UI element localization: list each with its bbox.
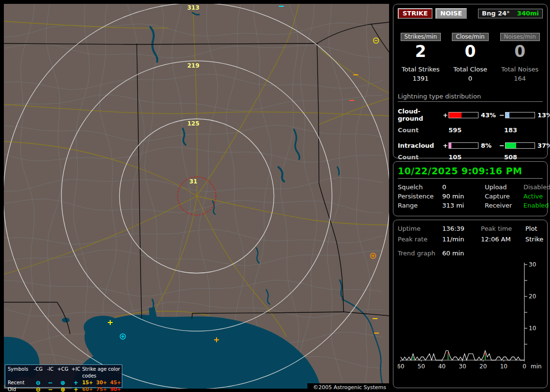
intracloud-counts: Count 105 508 [398, 154, 543, 161]
cg-neg-old-icon: ⊖ [32, 386, 44, 392]
bearing-readout: Bng 24° 340mi [478, 9, 543, 18]
legend-row-recent-label: Recent [8, 379, 32, 386]
noise-toggle-button[interactable]: NOISE [435, 8, 467, 19]
svg-text:125: 125 [187, 120, 199, 127]
plot-label: Plot [525, 225, 543, 232]
age-75: 75+ [96, 386, 110, 392]
trend-chart: 1020306050403020100min [398, 259, 544, 382]
receiver-status: Enabled [523, 202, 550, 209]
persistence-value: 90 min [442, 193, 485, 200]
intracloud-row: Intracloud + 8% − 37% [398, 142, 543, 149]
total-strikes-label: Total Strikes [398, 66, 444, 73]
cg-negative-bar [505, 112, 535, 118]
map-canvas: 31321912531 [4, 4, 389, 389]
total-close-value: 0 [448, 75, 493, 82]
strike-toggle-button[interactable]: STRIKE [398, 8, 433, 19]
ic-neg-old-icon: − [44, 386, 56, 392]
noises-per-min-value: 0 [497, 42, 543, 61]
svg-text:313: 313 [187, 4, 199, 11]
copyright-notice: ©2005 Astrogenic Systems [307, 383, 389, 392]
legend-col-cg-pos: +CG [56, 366, 70, 379]
svg-text:20: 20 [479, 363, 487, 370]
lightning-map[interactable]: 31321912531 Symbols -CG -IC +CG +IC Stri… [4, 4, 389, 389]
ic-pos-recent-icon: + [70, 379, 82, 386]
svg-text:40: 40 [438, 363, 446, 370]
strikes-per-min-value: 2 [398, 42, 444, 61]
age-15: 15+ [82, 379, 96, 386]
cloud-ground-counts: Count 595 183 [398, 126, 543, 134]
total-strikes-value: 1391 [398, 75, 444, 82]
lake-pontchartrain [84, 316, 122, 339]
legend-col-ic-neg: -IC [44, 366, 56, 379]
plus-sign: + [442, 112, 449, 119]
squelch-value: 0 [442, 183, 485, 191]
upload-status: Disabled [523, 183, 550, 191]
total-close-label: Total Close [448, 66, 493, 73]
trend-graph-window: 60 min [442, 250, 543, 257]
legend-col-ic-pos: +IC [70, 366, 82, 379]
peak-time-value: 12:06 AM [481, 236, 525, 243]
bearing-value: Bng 24° [482, 10, 510, 17]
noises-per-min-label: Noises/min [500, 33, 540, 41]
total-noises-label: Total Noises [497, 66, 543, 73]
close-per-min-value: 0 [448, 42, 493, 61]
legend-symbols-header: Symbols [8, 366, 32, 379]
cloud-ground-row: Cloud-ground + 43% − 13% [398, 108, 543, 122]
minus-sign: − [499, 142, 505, 149]
count-label: Count [398, 126, 442, 134]
squelch-label: Squelch [398, 183, 442, 191]
peak-rate-value: 11/min [442, 236, 481, 243]
noises-per-min-group: Noises/min 0 Total Noises 164 [497, 31, 543, 82]
range-label: Range [398, 202, 442, 209]
ic-positive-pct: 8% [478, 142, 499, 149]
legend-age-title: Strike age color codes [82, 366, 124, 379]
age-45: 45+ [110, 379, 124, 386]
ic-negative-count: 508 [504, 154, 550, 161]
ic-negative-pct: 37% [535, 142, 550, 149]
range-value: 313 mi [442, 202, 485, 209]
svg-text:60: 60 [398, 363, 405, 370]
svg-text:20: 20 [529, 293, 536, 300]
trend-graph-label: Trend graph [398, 250, 442, 257]
intracloud-label: Intracloud [398, 142, 442, 149]
map-legend: Symbols -CG -IC +CG +IC Strike age color… [5, 364, 122, 388]
minus-sign: − [499, 112, 505, 119]
ic-positive-count: 105 [449, 154, 498, 161]
age-90: 90+ [110, 386, 124, 392]
plot-mode-value: Strike [525, 236, 543, 243]
ic-negative-bar [505, 142, 535, 149]
legend-row-old-label: Old [8, 386, 32, 392]
strikes-per-min-label: Strikes/min [401, 33, 441, 41]
total-noises-value: 164 [497, 75, 543, 82]
age-30: 30+ [96, 379, 110, 386]
distribution-title: Lightning type distribution [398, 93, 543, 102]
cg-positive-bar [449, 112, 478, 118]
plus-sign: + [442, 142, 449, 149]
cg-negative-count: 183 [504, 126, 550, 134]
upload-label: Upload [485, 183, 523, 191]
stormtracker-app: { "map": { "center_px": {"x": 399, "y": … [0, 0, 550, 392]
cg-negative-pct: 13% [535, 112, 550, 119]
ic-positive-bar [449, 142, 478, 149]
bearing-range: 340mi [517, 10, 539, 17]
strike-stats-panel: STRIKE NOISE Bng 24° 340mi Strikes/min 2… [393, 4, 548, 158]
uptime-value: 136:39 [442, 225, 481, 232]
svg-text:min: min [531, 363, 542, 370]
age-60: 60+ [82, 386, 96, 392]
capture-status: Active [523, 193, 550, 200]
legend-col-cg-neg: -CG [32, 366, 44, 379]
svg-text:10: 10 [500, 363, 507, 370]
cg-pos-old-icon: ⊕ [56, 386, 70, 392]
strikes-per-min-group: Strikes/min 2 Total Strikes 1391 [398, 31, 444, 82]
peak-time-label: Peak time [481, 225, 525, 232]
svg-text:10: 10 [529, 325, 536, 332]
svg-text:30: 30 [459, 363, 466, 370]
cloud-ground-label: Cloud-ground [398, 108, 442, 122]
peak-rate-label: Peak rate [398, 236, 442, 243]
receiver-label: Receiver [485, 202, 523, 209]
trend-panel: Uptime 136:39 Peak time Plot Peak rate 1… [393, 220, 548, 388]
datetime-display: 10/22/2025 9:09:16 PM [398, 166, 543, 179]
count-label: Count [398, 154, 442, 161]
close-per-min-group: Close/min 0 Total Close 0 [448, 31, 493, 82]
cg-pos-recent-icon: ⊕ [56, 379, 70, 386]
